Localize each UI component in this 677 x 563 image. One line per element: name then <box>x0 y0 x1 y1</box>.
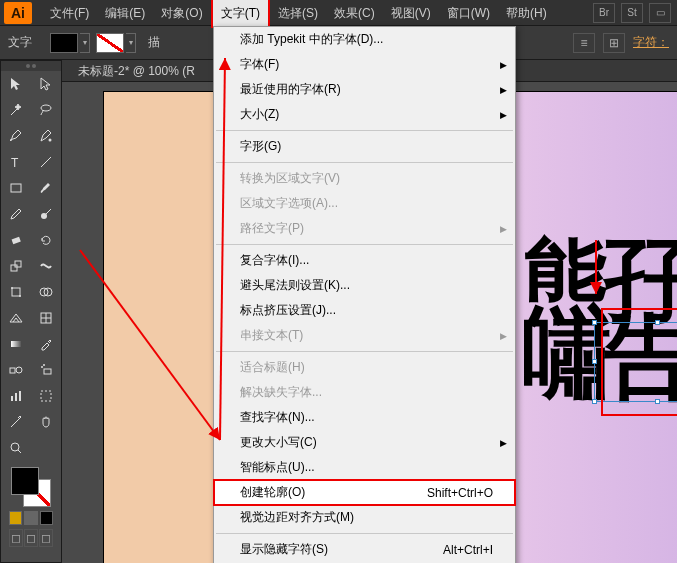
transform-icon[interactable]: ⊞ <box>603 33 625 53</box>
menu-file[interactable]: 文件(F) <box>42 0 97 26</box>
menu-item-label: 查找字体(N)... <box>240 409 315 426</box>
rotate-tool[interactable] <box>31 227 61 253</box>
menu-item-label: 更改大小写(C) <box>240 434 317 451</box>
align-icon[interactable]: ≡ <box>573 33 595 53</box>
menu-item-label: 转换为区域文字(V) <box>240 170 340 187</box>
draw-behind-icon[interactable]: ◻ <box>24 529 38 547</box>
direct-selection-tool[interactable] <box>31 71 61 97</box>
shape-builder-tool[interactable] <box>31 279 61 305</box>
menu-item-shortcut: Shift+Ctrl+O <box>427 486 493 500</box>
character-link[interactable]: 字符： <box>633 34 669 51</box>
gradient-mode-icon[interactable] <box>24 511 37 525</box>
lasso-tool[interactable] <box>31 97 61 123</box>
fill-stroke-toggle[interactable] <box>31 435 61 461</box>
svg-rect-7 <box>11 265 17 271</box>
fill-dropdown[interactable]: ▾ <box>80 33 90 53</box>
color-mode-icon[interactable] <box>9 511 22 525</box>
zoom-tool[interactable] <box>1 435 31 461</box>
svg-point-22 <box>43 364 45 366</box>
pencil-tool[interactable] <box>1 201 31 227</box>
eraser-tool[interactable] <box>1 227 31 253</box>
stroke-dropdown[interactable]: ▾ <box>126 33 136 53</box>
rectangle-tool[interactable] <box>1 175 31 201</box>
menu-item: 串接文本(T) <box>214 323 515 348</box>
menu-bar: Ai 文件(F) 编辑(E) 对象(O) 文字(T) 选择(S) 效果(C) 视… <box>0 0 677 26</box>
menu-item[interactable]: 避头尾法则设置(K)... <box>214 273 515 298</box>
svg-rect-24 <box>15 393 17 401</box>
menu-item-label: 复合字体(I)... <box>240 252 309 269</box>
graph-tool[interactable] <box>1 383 31 409</box>
menu-item[interactable]: 字体(F) <box>214 52 515 77</box>
type-tool[interactable]: T <box>1 149 31 175</box>
blend-tool[interactable] <box>1 357 31 383</box>
line-tool[interactable] <box>31 149 61 175</box>
menu-item: 解决缺失字体... <box>214 380 515 405</box>
menu-item[interactable]: 最近使用的字体(R) <box>214 77 515 102</box>
curvature-tool[interactable] <box>31 123 61 149</box>
tool-dock: T ◻ ◻ <box>0 60 62 563</box>
hand-tool[interactable] <box>31 409 61 435</box>
menu-item[interactable]: 添加 Typekit 中的字体(D)... <box>214 27 515 52</box>
menu-item[interactable]: 智能标点(U)... <box>214 455 515 480</box>
menu-window[interactable]: 窗口(W) <box>439 0 498 26</box>
menu-item[interactable]: 更改大小写(C) <box>214 430 515 455</box>
eyedropper-tool[interactable] <box>31 331 61 357</box>
menu-item[interactable]: 复合字体(I)... <box>214 248 515 273</box>
menu-edit[interactable]: 编辑(E) <box>97 0 153 26</box>
artboard-tool[interactable] <box>31 383 61 409</box>
gradient-tool[interactable] <box>1 331 31 357</box>
menu-item[interactable]: 显示隐藏字符(S)Alt+Ctrl+I <box>214 537 515 562</box>
mesh-tool[interactable] <box>31 305 61 331</box>
draw-normal-icon[interactable]: ◻ <box>9 529 23 547</box>
stock-icon[interactable]: St <box>621 3 643 23</box>
menu-select[interactable]: 选择(S) <box>270 0 326 26</box>
pen-tool[interactable] <box>1 123 31 149</box>
menu-separator <box>216 162 513 163</box>
menu-item-label: 标点挤压设置(J)... <box>240 302 336 319</box>
none-mode-icon[interactable] <box>40 511 53 525</box>
menu-separator <box>216 244 513 245</box>
perspective-tool[interactable] <box>1 305 31 331</box>
svg-point-19 <box>16 367 22 373</box>
menu-item-label: 大小(Z) <box>240 106 279 123</box>
menu-item[interactable]: 标点挤压设置(J)... <box>214 298 515 323</box>
menu-item[interactable]: 字形(G) <box>214 134 515 159</box>
symbol-spray-tool[interactable] <box>31 357 61 383</box>
menu-item[interactable]: 查找字体(N)... <box>214 405 515 430</box>
fill-stroke-proxy[interactable] <box>11 467 51 507</box>
fill-proxy[interactable] <box>11 467 39 495</box>
fill-swatch[interactable] <box>50 33 78 53</box>
brush-tool[interactable] <box>31 175 61 201</box>
menu-separator <box>216 351 513 352</box>
menu-item[interactable]: 大小(Z) <box>214 102 515 127</box>
menu-item: 转换为区域文字(V) <box>214 166 515 191</box>
menu-view[interactable]: 视图(V) <box>383 0 439 26</box>
slice-tool[interactable] <box>1 409 31 435</box>
svg-rect-6 <box>12 237 21 244</box>
menu-item[interactable]: 视觉边距对齐方式(M) <box>214 505 515 530</box>
arrange-icon[interactable]: ▭ <box>649 3 671 23</box>
stroke-swatch[interactable] <box>96 33 124 53</box>
svg-rect-17 <box>11 341 21 347</box>
menu-object[interactable]: 对象(O) <box>153 0 210 26</box>
menu-item-label: 创建轮廓(O) <box>240 484 305 501</box>
svg-rect-25 <box>19 391 21 401</box>
menu-help[interactable]: 帮助(H) <box>498 0 555 26</box>
menu-item[interactable]: 创建轮廓(O)Shift+Ctrl+O <box>214 480 515 505</box>
free-transform-tool[interactable] <box>1 279 31 305</box>
type-menu-dropdown: 添加 Typekit 中的字体(D)...字体(F)最近使用的字体(R)大小(Z… <box>213 26 516 563</box>
svg-point-11 <box>19 295 21 297</box>
dock-grip[interactable] <box>1 61 61 71</box>
menu-item-label: 适合标题(H) <box>240 359 305 376</box>
menu-item: 适合标题(H) <box>214 355 515 380</box>
menu-type[interactable]: 文字(T) <box>211 0 270 28</box>
menu-effect[interactable]: 效果(C) <box>326 0 383 26</box>
bridge-icon[interactable]: Br <box>593 3 615 23</box>
draw-inside-icon[interactable]: ◻ <box>39 529 53 547</box>
selection-tool[interactable] <box>1 71 31 97</box>
width-tool[interactable] <box>31 253 61 279</box>
blob-brush-tool[interactable] <box>31 201 61 227</box>
scale-tool[interactable] <box>1 253 31 279</box>
menu-item: 区域文字选项(A)... <box>214 191 515 216</box>
magic-wand-tool[interactable] <box>1 97 31 123</box>
